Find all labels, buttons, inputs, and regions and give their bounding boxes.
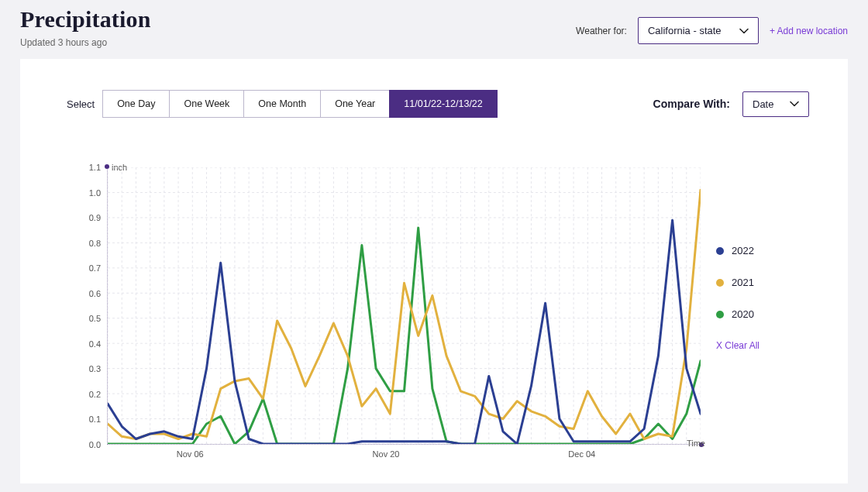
y-tick: 0.9 xyxy=(89,213,101,222)
y-tick: 0.2 xyxy=(89,390,101,399)
location-selected-value: California - state xyxy=(648,25,722,36)
y-tick: 0.7 xyxy=(89,263,101,273)
location-select[interactable]: California - state xyxy=(638,17,759,44)
chart-card: Select One DayOne WeekOne MonthOne Year1… xyxy=(20,59,848,483)
chart-plot: inch 1.11.00.90.80.70.60.50.40.30.20.10.… xyxy=(67,152,701,468)
legend-item[interactable]: 2021 xyxy=(716,277,809,288)
range-button-3[interactable]: One Year xyxy=(320,90,389,118)
page-title: Precipitation xyxy=(20,6,151,33)
updated-subtitle: Updated 3 hours ago xyxy=(20,37,151,48)
chevron-down-icon xyxy=(739,28,749,34)
select-label: Select xyxy=(67,98,95,110)
legend-dot xyxy=(716,247,724,255)
range-button-1[interactable]: One Week xyxy=(169,90,243,118)
y-tick: 0.3 xyxy=(89,364,101,373)
y-tick: 0.4 xyxy=(89,339,101,349)
y-tick: 1.0 xyxy=(89,188,101,198)
chart-legend: 202220212020X Clear All xyxy=(701,152,809,468)
y-tick: 0.0 xyxy=(89,440,101,449)
legend-label: 2022 xyxy=(732,245,754,256)
y-tick: 0.8 xyxy=(89,239,101,248)
add-location-link[interactable]: + Add new location xyxy=(770,26,848,36)
x-tick: Nov 06 xyxy=(177,449,204,459)
legend-dot xyxy=(716,279,724,287)
y-tick: 0.6 xyxy=(89,289,101,298)
weather-for-label: Weather for: xyxy=(576,26,627,36)
chart-svg xyxy=(108,167,701,444)
range-button-4[interactable]: 11/01/22-12/13/22 xyxy=(389,90,497,118)
y-tick: 1.1 xyxy=(89,163,101,172)
legend-item[interactable]: 2020 xyxy=(716,308,809,320)
legend-dot xyxy=(716,311,724,318)
range-segmented-control: One DayOne WeekOne MonthOne Year11/01/22… xyxy=(102,90,498,118)
y-tick: 0.5 xyxy=(89,314,101,323)
legend-item[interactable]: 2022 xyxy=(716,245,809,256)
legend-label: 2020 xyxy=(732,308,754,320)
compare-select[interactable]: Date xyxy=(742,91,809,117)
chevron-down-icon xyxy=(790,101,799,107)
y-tick: 0.1 xyxy=(89,415,101,424)
range-button-2[interactable]: One Month xyxy=(243,90,320,118)
x-tick: Dec 04 xyxy=(568,449,595,459)
clear-all-link[interactable]: X Clear All xyxy=(716,340,809,351)
range-button-0[interactable]: One Day xyxy=(102,90,169,118)
x-tick: Nov 20 xyxy=(373,449,400,459)
compare-with-label: Compare With: xyxy=(653,98,730,110)
compare-selected-value: Date xyxy=(753,98,773,110)
x-axis-title: Time xyxy=(687,439,705,448)
legend-label: 2021 xyxy=(732,277,754,288)
